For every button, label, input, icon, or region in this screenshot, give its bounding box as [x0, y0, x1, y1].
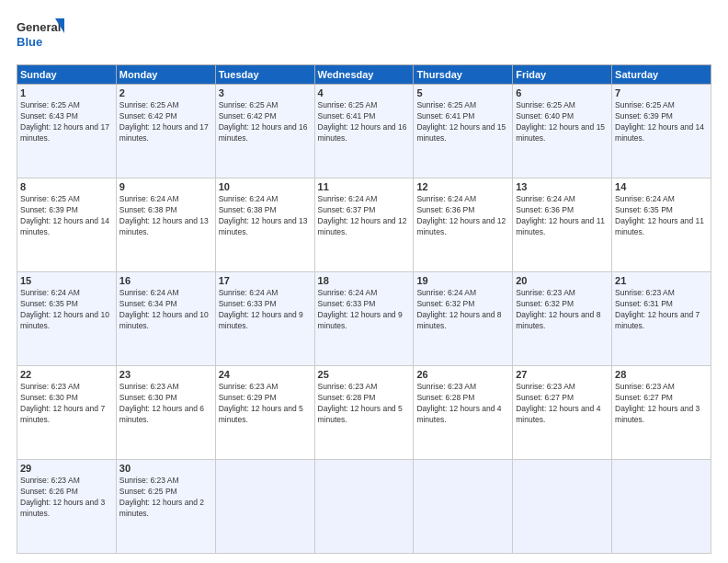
calendar-cell: 12Sunrise: 6:24 AMSunset: 6:36 PMDayligh…	[414, 178, 513, 272]
svg-text:General: General	[17, 20, 61, 34]
day-number: 28	[615, 369, 708, 380]
day-number: 1	[20, 87, 113, 98]
calendar-cell	[414, 460, 513, 554]
calendar-cell: 10Sunrise: 6:24 AMSunset: 6:38 PMDayligh…	[215, 178, 314, 272]
page: General Blue SundayMondayTuesdayWednesda…	[0, 0, 728, 563]
day-number: 14	[615, 181, 708, 192]
day-number: 23	[119, 369, 212, 380]
day-info: Sunrise: 6:25 AMSunset: 6:41 PMDaylight:…	[318, 100, 411, 144]
logo: General Blue	[17, 17, 64, 57]
day-number: 7	[615, 87, 708, 98]
day-number: 17	[219, 275, 312, 286]
calendar-cell: 29Sunrise: 6:23 AMSunset: 6:26 PMDayligh…	[17, 460, 117, 554]
col-header-sunday: Sunday	[17, 65, 117, 85]
calendar-cell: 30Sunrise: 6:23 AMSunset: 6:25 PMDayligh…	[116, 460, 215, 554]
day-info: Sunrise: 6:24 AMSunset: 6:34 PMDaylight:…	[119, 288, 212, 332]
col-header-tuesday: Tuesday	[215, 65, 314, 85]
day-number: 10	[219, 181, 312, 192]
day-info: Sunrise: 6:24 AMSunset: 6:36 PMDaylight:…	[416, 194, 509, 238]
calendar-cell: 22Sunrise: 6:23 AMSunset: 6:30 PMDayligh…	[17, 366, 117, 460]
day-info: Sunrise: 6:23 AMSunset: 6:26 PMDaylight:…	[20, 476, 113, 520]
day-info: Sunrise: 6:24 AMSunset: 6:33 PMDaylight:…	[219, 288, 312, 332]
day-number: 16	[119, 275, 212, 286]
day-info: Sunrise: 6:24 AMSunset: 6:32 PMDaylight:…	[416, 288, 509, 332]
day-info: Sunrise: 6:23 AMSunset: 6:30 PMDaylight:…	[119, 382, 212, 426]
day-info: Sunrise: 6:24 AMSunset: 6:35 PMDaylight:…	[615, 194, 708, 238]
day-info: Sunrise: 6:23 AMSunset: 6:31 PMDaylight:…	[615, 288, 708, 332]
day-number: 15	[20, 275, 113, 286]
day-number: 20	[516, 275, 609, 286]
day-number: 25	[318, 369, 411, 380]
col-header-thursday: Thursday	[414, 65, 513, 85]
calendar-cell: 26Sunrise: 6:23 AMSunset: 6:28 PMDayligh…	[414, 366, 513, 460]
col-header-wednesday: Wednesday	[314, 65, 414, 85]
day-number: 4	[318, 87, 411, 98]
day-info: Sunrise: 6:24 AMSunset: 6:33 PMDaylight:…	[318, 288, 411, 332]
svg-text:Blue: Blue	[17, 35, 42, 49]
logo-svg: General Blue	[17, 17, 64, 57]
calendar-cell: 19Sunrise: 6:24 AMSunset: 6:32 PMDayligh…	[414, 272, 513, 366]
day-info: Sunrise: 6:23 AMSunset: 6:27 PMDaylight:…	[615, 382, 708, 426]
calendar-cell	[513, 460, 612, 554]
day-info: Sunrise: 6:25 AMSunset: 6:43 PMDaylight:…	[20, 100, 113, 144]
day-info: Sunrise: 6:23 AMSunset: 6:29 PMDaylight:…	[219, 382, 312, 426]
calendar-cell: 23Sunrise: 6:23 AMSunset: 6:30 PMDayligh…	[116, 366, 215, 460]
day-info: Sunrise: 6:23 AMSunset: 6:28 PMDaylight:…	[416, 382, 509, 426]
day-info: Sunrise: 6:24 AMSunset: 6:38 PMDaylight:…	[219, 194, 312, 238]
calendar-cell: 13Sunrise: 6:24 AMSunset: 6:36 PMDayligh…	[513, 178, 612, 272]
day-number: 29	[20, 463, 113, 474]
day-number: 30	[119, 463, 212, 474]
calendar-cell: 8Sunrise: 6:25 AMSunset: 6:39 PMDaylight…	[17, 178, 117, 272]
day-info: Sunrise: 6:24 AMSunset: 6:36 PMDaylight:…	[516, 194, 609, 238]
calendar-cell: 3Sunrise: 6:25 AMSunset: 6:42 PMDaylight…	[215, 85, 314, 178]
day-number: 9	[119, 181, 212, 192]
calendar-cell	[215, 460, 314, 554]
day-info: Sunrise: 6:24 AMSunset: 6:38 PMDaylight:…	[119, 194, 212, 238]
day-number: 11	[318, 181, 411, 192]
calendar-cell: 15Sunrise: 6:24 AMSunset: 6:35 PMDayligh…	[17, 272, 117, 366]
day-number: 27	[516, 369, 609, 380]
calendar-cell: 5Sunrise: 6:25 AMSunset: 6:41 PMDaylight…	[414, 85, 513, 178]
day-info: Sunrise: 6:23 AMSunset: 6:27 PMDaylight:…	[516, 382, 609, 426]
day-number: 26	[416, 369, 509, 380]
day-number: 12	[416, 181, 509, 192]
calendar-cell: 14Sunrise: 6:24 AMSunset: 6:35 PMDayligh…	[612, 178, 711, 272]
day-info: Sunrise: 6:23 AMSunset: 6:25 PMDaylight:…	[119, 476, 212, 520]
day-info: Sunrise: 6:25 AMSunset: 6:42 PMDaylight:…	[219, 100, 312, 144]
day-info: Sunrise: 6:24 AMSunset: 6:35 PMDaylight:…	[20, 288, 113, 332]
calendar-cell: 6Sunrise: 6:25 AMSunset: 6:40 PMDaylight…	[513, 85, 612, 178]
day-info: Sunrise: 6:25 AMSunset: 6:40 PMDaylight:…	[516, 100, 609, 144]
calendar-cell: 18Sunrise: 6:24 AMSunset: 6:33 PMDayligh…	[314, 272, 414, 366]
calendar-cell: 28Sunrise: 6:23 AMSunset: 6:27 PMDayligh…	[612, 366, 711, 460]
calendar-cell: 11Sunrise: 6:24 AMSunset: 6:37 PMDayligh…	[314, 178, 414, 272]
day-number: 6	[516, 87, 609, 98]
day-number: 2	[119, 87, 212, 98]
calendar-cell: 20Sunrise: 6:23 AMSunset: 6:32 PMDayligh…	[513, 272, 612, 366]
day-info: Sunrise: 6:23 AMSunset: 6:28 PMDaylight:…	[318, 382, 411, 426]
calendar-cell: 21Sunrise: 6:23 AMSunset: 6:31 PMDayligh…	[612, 272, 711, 366]
day-number: 5	[416, 87, 509, 98]
calendar-cell: 17Sunrise: 6:24 AMSunset: 6:33 PMDayligh…	[215, 272, 314, 366]
day-number: 13	[516, 181, 609, 192]
day-info: Sunrise: 6:25 AMSunset: 6:42 PMDaylight:…	[119, 100, 212, 144]
day-number: 24	[219, 369, 312, 380]
day-number: 18	[318, 275, 411, 286]
col-header-monday: Monday	[116, 65, 215, 85]
calendar-cell: 16Sunrise: 6:24 AMSunset: 6:34 PMDayligh…	[116, 272, 215, 366]
col-header-saturday: Saturday	[612, 65, 711, 85]
day-info: Sunrise: 6:25 AMSunset: 6:41 PMDaylight:…	[416, 100, 509, 144]
calendar-cell: 27Sunrise: 6:23 AMSunset: 6:27 PMDayligh…	[513, 366, 612, 460]
calendar-cell: 1Sunrise: 6:25 AMSunset: 6:43 PMDaylight…	[17, 85, 117, 178]
calendar-cell: 4Sunrise: 6:25 AMSunset: 6:41 PMDaylight…	[314, 85, 414, 178]
calendar-cell	[612, 460, 711, 554]
calendar-cell: 9Sunrise: 6:24 AMSunset: 6:38 PMDaylight…	[116, 178, 215, 272]
day-number: 21	[615, 275, 708, 286]
day-number: 19	[416, 275, 509, 286]
day-info: Sunrise: 6:25 AMSunset: 6:39 PMDaylight:…	[615, 100, 708, 144]
col-header-friday: Friday	[513, 65, 612, 85]
calendar-cell: 25Sunrise: 6:23 AMSunset: 6:28 PMDayligh…	[314, 366, 414, 460]
day-number: 22	[20, 369, 113, 380]
day-number: 3	[219, 87, 312, 98]
day-info: Sunrise: 6:24 AMSunset: 6:37 PMDaylight:…	[318, 194, 411, 238]
header: General Blue	[17, 17, 711, 57]
